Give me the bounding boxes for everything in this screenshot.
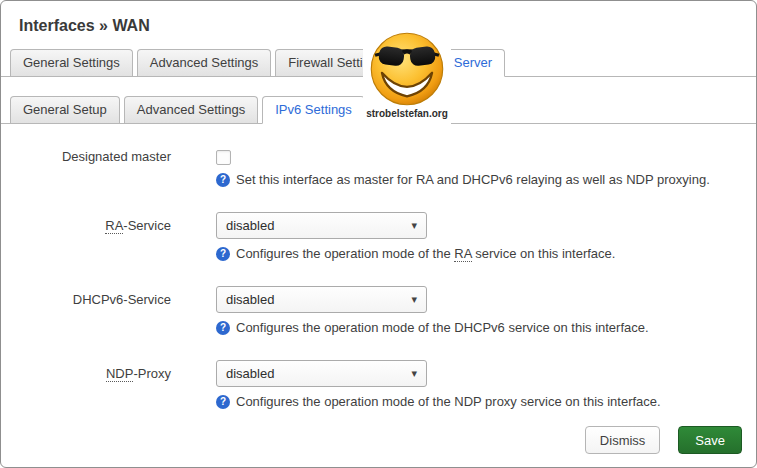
dropdown-caret-icon: ▾ (411, 294, 417, 305)
dropdown-caret-icon: ▾ (411, 368, 417, 379)
save-button[interactable]: Save (678, 426, 742, 454)
help-icon: ? (216, 395, 230, 409)
tab-advanced-settings[interactable]: Advanced Settings (137, 49, 271, 76)
field-dhcpv6-service: DHCPv6-Service disabled ▾ ? Configures t… (1, 286, 756, 336)
dhcpv6-service-help: ? Configures the operation mode of the D… (216, 320, 756, 336)
help-icon: ? (216, 173, 230, 187)
sunglasses-smiley-icon (369, 31, 445, 107)
dhcpv6-service-select[interactable]: disabled ▾ (216, 286, 427, 313)
tab-ipv6-settings[interactable]: IPv6 Settings (262, 96, 365, 124)
interface-edit-dialog: Interfaces » WAN General Settings Advanc… (0, 0, 757, 468)
ndp-proxy-help: ? Configures the operation mode of the N… (216, 394, 756, 410)
help-icon: ? (216, 247, 230, 261)
field-ra-service: RA-Service disabled ▾ ? Configures the o… (1, 212, 756, 262)
ra-service-help: ? Configures the operation mode of the R… (216, 246, 756, 262)
dropdown-caret-icon: ▾ (411, 220, 417, 231)
watermark-overlay: strobelstefan.org (363, 29, 451, 126)
ra-service-label: RA-Service (1, 218, 216, 234)
designated-master-help: ? Set this interface as master for RA an… (216, 172, 756, 188)
field-ndp-proxy: NDP-Proxy disabled ▾ ? Configures the op… (1, 360, 756, 410)
ndp-proxy-label: NDP-Proxy (1, 366, 216, 382)
tab-general-setup[interactable]: General Setup (10, 96, 120, 123)
help-icon: ? (216, 321, 230, 335)
designated-master-checkbox[interactable] (216, 150, 231, 165)
ipv6-settings-form: Designated master ? Set this interface a… (1, 149, 756, 410)
designated-master-label: Designated master (1, 149, 216, 165)
tab-general-settings[interactable]: General Settings (10, 49, 133, 76)
field-designated-master: Designated master ? Set this interface a… (1, 149, 756, 188)
ra-service-select[interactable]: disabled ▾ (216, 212, 427, 239)
dialog-footer: Dismiss Save (585, 426, 742, 454)
tab-advanced-settings-2[interactable]: Advanced Settings (124, 96, 258, 123)
dismiss-button[interactable]: Dismiss (585, 426, 661, 454)
dhcpv6-service-label: DHCPv6-Service (1, 292, 216, 308)
ndp-proxy-select[interactable]: disabled ▾ (216, 360, 427, 387)
watermark-text: strobelstefan.org (366, 108, 448, 119)
